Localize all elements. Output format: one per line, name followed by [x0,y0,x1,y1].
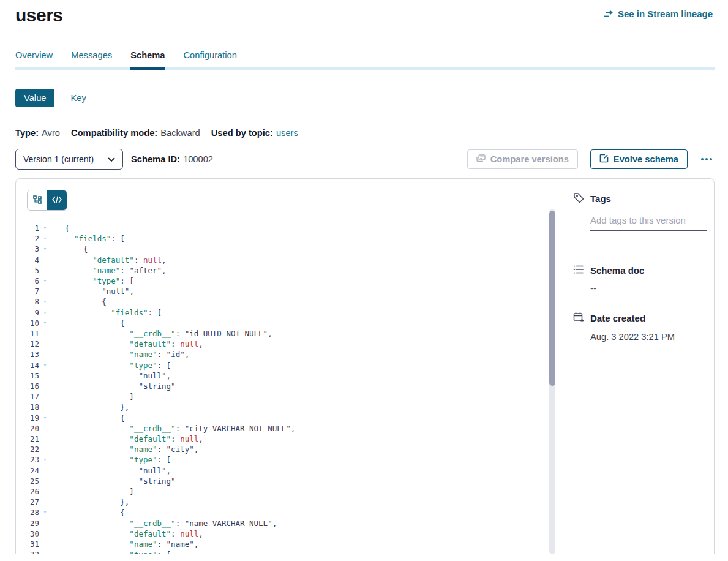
code-text: { [51,296,563,307]
edit-square-icon [599,154,609,165]
fold-spacer [39,518,51,529]
date-created-value: Aug. 3 2022 3:21 PM [590,332,702,342]
code-text: "default": null, [51,529,563,539]
code-line: 31 "name": "name", [16,539,563,549]
tab-overview[interactable]: Overview [15,50,53,67]
code-text: "type": [ [51,454,563,465]
fold-triangle-icon[interactable]: ▾ [39,223,51,233]
code-text: "null", [51,371,563,381]
fold-triangle-icon[interactable]: ▾ [39,507,51,518]
ellipsis-icon [701,158,704,160]
compatibility-mode: Compatibility mode:Backward [71,128,200,138]
line-number: 2 [16,233,39,244]
fold-triangle-icon[interactable]: ▾ [39,454,51,465]
code-text: "string" [51,381,563,391]
fold-triangle-icon[interactable]: ▾ [39,296,51,307]
code-line: 25 "string" [16,476,563,486]
code-view-toggle[interactable] [47,190,67,210]
code-text: "null", [51,286,563,296]
code-text: "default": null, [51,255,563,265]
stream-lineage-link[interactable]: See in Stream lineage [603,9,713,19]
line-number: 31 [16,539,39,549]
fold-spacer [39,465,51,476]
code-line: 11 "__crdb__": "id UUID NOT NULL", [16,328,563,339]
schema-doc-value: -- [590,284,702,293]
code-text: "type": [ [51,276,563,286]
fold-triangle-icon[interactable]: ▾ [39,549,51,554]
code-text: { [51,223,563,233]
code-text: { [51,244,563,254]
fold-spacer [39,255,51,265]
chevron-down-icon [108,154,115,164]
calendar-add-icon [573,312,584,325]
schema-editor: 1▾{2▾ "fields": [3▾ {4 "default": null,5… [16,179,563,554]
line-number: 28 [16,507,39,518]
fold-spacer [39,497,51,507]
fold-triangle-icon[interactable]: ▾ [39,318,51,328]
tab-configuration[interactable]: Configuration [184,50,237,67]
fold-triangle-icon[interactable]: ▾ [39,233,51,244]
code-text: "fields": [ [51,233,563,244]
compare-versions-button[interactable]: Compare versions [467,149,578,169]
line-number: 3 [16,244,39,254]
schema-doc-heading: Schema doc [573,265,702,276]
line-number: 1 [16,223,39,233]
version-select[interactable]: Version 1 (current) [15,149,123,170]
code-text: "name": "name", [51,539,563,549]
list-icon [573,265,584,276]
more-options-button[interactable] [699,154,715,164]
evolve-schema-button[interactable]: Evolve schema [590,149,688,169]
tag-icon [573,192,584,205]
fold-spacer [39,391,51,402]
scrollbar-thumb[interactable] [549,211,555,386]
line-number: 19 [16,413,39,423]
add-tags-input[interactable] [590,215,707,231]
fold-triangle-icon[interactable]: ▾ [39,360,51,371]
fold-spacer [39,486,51,497]
code-text: ] [51,486,563,497]
used-by-topic: Used by topic:users [211,128,298,138]
value-tab-button[interactable]: Value [15,89,54,107]
view-toggle-group [27,190,67,211]
code-line: 29 "__crdb__": "name VARCHAR NULL", [16,518,563,529]
code-line: 18 }, [16,402,563,412]
code-text: "fields": [ [51,307,563,318]
fold-triangle-icon[interactable]: ▾ [39,244,51,254]
code-line: 32▾ "type": [ [16,549,563,554]
line-number: 30 [16,529,39,539]
line-number: 4 [16,255,39,265]
fold-triangle-icon[interactable]: ▾ [39,276,51,286]
code-line: 3▾ { [16,244,563,254]
code-line: 1▾{ [16,223,563,233]
editor-scrollbar[interactable] [549,209,555,554]
line-number: 29 [16,518,39,529]
schema-page: users See in Stream lineage OverviewMess… [0,0,728,561]
schema-sidebar: Tags Schema doc -- [563,179,714,554]
fold-spacer [39,529,51,539]
line-number: 32 [16,549,39,554]
code-line: 23▾ "type": [ [16,454,563,465]
line-number: 14 [16,360,39,371]
code-text: { [51,413,563,423]
code-text: "type": [ [51,549,563,554]
tab-schema[interactable]: Schema [130,50,165,70]
copy-versions-icon [476,154,486,165]
code-line: 4 "default": null, [16,255,563,265]
fold-spacer [39,444,51,454]
line-number: 5 [16,265,39,276]
key-tab-button[interactable]: Key [70,93,86,103]
fold-spacer [39,539,51,549]
line-number: 8 [16,296,39,307]
fold-triangle-icon[interactable]: ▾ [39,413,51,423]
fold-spacer [39,423,51,434]
line-number: 17 [16,391,39,402]
fold-triangle-icon[interactable]: ▾ [39,307,51,318]
topic-link[interactable]: users [276,128,298,138]
code-line: 21 "default": null, [16,434,563,444]
fold-spacer [39,328,51,339]
line-number: 24 [16,465,39,476]
sidebar-divider [573,247,702,247]
line-number: 21 [16,434,39,444]
tab-messages[interactable]: Messages [71,50,112,67]
tree-view-toggle[interactable] [28,190,47,210]
